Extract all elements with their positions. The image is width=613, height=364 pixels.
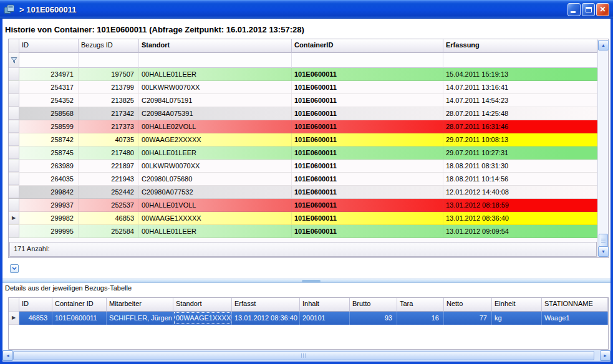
table-row[interactable]: ▶ 258742 40735 00WAAGE2XXXXX 101E0600011… bbox=[9, 133, 597, 146]
table-row[interactable]: ▶ 254317 213799 00LKWRW0070XX 101E060001… bbox=[9, 81, 597, 94]
row-selector-cell[interactable]: ▶ bbox=[9, 94, 19, 107]
column-header-inhalt[interactable]: Inhalt bbox=[300, 298, 350, 312]
filter-input-bezugs-id[interactable] bbox=[79, 53, 139, 68]
app-window: > 101E0600011 ✕ Historie von Container: … bbox=[0, 0, 613, 364]
cell-erfassung: 13.01.2012 09:09:54 bbox=[443, 225, 597, 237]
cell-bezugs-id: 221943 bbox=[79, 173, 139, 185]
cell-id: 258568 bbox=[19, 107, 79, 120]
row-selector-cell[interactable]: ▶ bbox=[9, 312, 19, 325]
table-row[interactable]: ▶ 258599 217373 00HALLE02VOLL 101E060001… bbox=[9, 120, 597, 133]
cell-bezugs-id: 213825 bbox=[79, 94, 139, 107]
history-grid-header: ID Bezugs ID Standort ContainerID Erfass… bbox=[9, 39, 597, 53]
cell-standort: 00HALLE01LEER bbox=[139, 146, 292, 159]
cell-netto: 77 bbox=[444, 312, 492, 325]
column-header-standort[interactable]: Standort bbox=[173, 298, 232, 312]
filter-input-erfassung[interactable] bbox=[443, 53, 597, 68]
scroll-left-button[interactable]: ◄ bbox=[2, 350, 13, 361]
column-header-tara[interactable]: Tara bbox=[397, 298, 444, 312]
column-header-mitarbeiter[interactable]: Mitarbeiter bbox=[107, 298, 173, 312]
row-selector-cell[interactable]: ▶ bbox=[9, 81, 19, 93]
column-header-container-id[interactable]: Container ID bbox=[52, 298, 107, 312]
cell-erfasst: 13.01.2012 08:36:40 bbox=[232, 312, 300, 325]
scroll-right-button[interactable]: ► bbox=[600, 350, 611, 361]
cell-bezugs-id: 217480 bbox=[79, 146, 139, 159]
page-title: Historie von Container: 101E0600011 (Abf… bbox=[5, 25, 304, 34]
details-grid-header: ID Container ID Mitarbeiter Standort Erf… bbox=[9, 298, 608, 312]
row-selector-cell[interactable]: ▶ bbox=[9, 173, 19, 185]
cell-id: 299982 bbox=[19, 212, 79, 224]
collapse-button[interactable] bbox=[10, 264, 19, 273]
table-row[interactable]: ▶ 234971 197507 00HALLE01LEER 101E060001… bbox=[9, 68, 597, 81]
app-icon bbox=[4, 4, 16, 15]
horizontal-scrollbar[interactable]: ◄ ► bbox=[2, 350, 611, 361]
row-selector-cell[interactable]: ▶ bbox=[9, 225, 19, 237]
table-row[interactable]: ▶ 299982 46853 00WAAGE1XXXXX 101E0600011… bbox=[9, 212, 597, 225]
table-row[interactable]: ▶ 299995 252584 00HALLE01LEER 101E060001… bbox=[9, 225, 597, 238]
cell-bezugs-id: 252537 bbox=[79, 199, 139, 211]
column-header-einheit[interactable]: Einheit bbox=[492, 298, 542, 312]
column-header-erfasst[interactable]: Erfasst bbox=[232, 298, 300, 312]
filter-input-container-id[interactable] bbox=[292, 53, 443, 68]
cell-container-id: 101E0600011 bbox=[292, 94, 443, 107]
column-header-id[interactable]: ID bbox=[19, 39, 79, 53]
row-selector-cell[interactable]: ▶ bbox=[9, 160, 19, 172]
column-header-netto[interactable]: Netto bbox=[444, 298, 492, 312]
cell-standort: 00HALLE02VOLL bbox=[139, 120, 292, 133]
row-selector-cell[interactable]: ▶ bbox=[9, 133, 19, 146]
cell-container-id: 101E0600011 bbox=[292, 160, 443, 172]
row-selector-cell[interactable]: ▶ bbox=[9, 212, 19, 224]
minimize-button[interactable] bbox=[567, 3, 581, 16]
horizontal-scrollbar-thumb[interactable] bbox=[13, 351, 594, 360]
scroll-down-button[interactable]: ▼ bbox=[598, 246, 609, 257]
splitter-handle[interactable] bbox=[2, 279, 611, 283]
cell-bezugs-id: 40735 bbox=[79, 133, 139, 146]
filter-input-standort[interactable] bbox=[139, 53, 292, 68]
table-row[interactable]: ▶ 254352 213825 C20984L075191 101E060001… bbox=[9, 94, 597, 107]
table-row[interactable]: ▶ 264035 221943 C20980L075680 101E060001… bbox=[9, 173, 597, 186]
window-controls: ✕ bbox=[567, 3, 609, 16]
cell-erfassung: 18.08.2011 08:31:30 bbox=[443, 160, 597, 172]
row-selector-cell[interactable]: ▶ bbox=[9, 199, 19, 211]
cell-erfassung: 28.07.2011 16:31:46 bbox=[443, 120, 597, 133]
row-selector-cell[interactable]: ▶ bbox=[9, 107, 19, 120]
titlebar[interactable]: > 101E0600011 ✕ bbox=[0, 0, 613, 19]
cell-standort: 00HALLE01LEER bbox=[139, 68, 292, 80]
maximize-button[interactable] bbox=[582, 3, 595, 16]
cell-erfassung: 14.07.2011 14:54:23 bbox=[443, 94, 597, 107]
cell-standort: 00WAAGE2XXXXX bbox=[139, 133, 292, 146]
row-selector-cell[interactable]: ▶ bbox=[9, 120, 19, 133]
row-selector-cell[interactable]: ▶ bbox=[9, 146, 19, 159]
window-title: > 101E0600011 bbox=[19, 5, 567, 14]
table-row[interactable]: ▶ 299842 252442 C20980A077532 101E060001… bbox=[9, 186, 597, 199]
cell-standort: C20980A077532 bbox=[139, 186, 292, 198]
row-selector-cell[interactable]: ▶ bbox=[9, 68, 19, 80]
column-header-id[interactable]: ID bbox=[19, 298, 52, 312]
cell-id: 254317 bbox=[19, 81, 79, 93]
details-section-label: Details aus der jeweiligen Bezugs-Tabell… bbox=[5, 284, 132, 292]
column-header-standort[interactable]: Standort bbox=[139, 39, 292, 53]
column-header-bezugs-id[interactable]: Bezugs ID bbox=[79, 39, 139, 53]
table-row[interactable]: ▶ 258568 217342 C20984A075391 101E060001… bbox=[9, 107, 597, 120]
table-row[interactable]: ▶ 263989 221897 00LKWRW0070XX 101E060001… bbox=[9, 160, 597, 173]
table-row[interactable]: ▶ 299937 252537 00HALLE01VOLL 101E060001… bbox=[9, 199, 597, 212]
column-header-container-id[interactable]: ContainerID bbox=[292, 39, 443, 53]
cell-erfassung: 18.08.2011 10:14:56 bbox=[443, 173, 597, 185]
cell-bezugs-id: 252584 bbox=[79, 225, 139, 237]
row-selector-cell[interactable]: ▶ bbox=[9, 186, 19, 198]
column-header-erfassung[interactable]: Erfassung bbox=[443, 39, 597, 53]
close-button[interactable]: ✕ bbox=[596, 3, 609, 16]
cell-id: 299842 bbox=[19, 186, 79, 198]
column-header-stationname[interactable]: STATIONNAME bbox=[542, 298, 608, 312]
cell-container-id: 101E0600011 bbox=[292, 199, 443, 211]
table-row[interactable]: ▶ 258745 217480 00HALLE01LEER 101E060001… bbox=[9, 146, 597, 160]
filter-input-id[interactable] bbox=[19, 53, 79, 68]
details-row[interactable]: ▶ 46853 101E0600011 SCHIFFLER, Jürgen 00… bbox=[9, 312, 608, 325]
column-header-brutto[interactable]: Brutto bbox=[350, 298, 397, 312]
scroll-up-button[interactable]: ▲ bbox=[598, 40, 609, 50]
vertical-scrollbar-thumb[interactable] bbox=[599, 234, 608, 247]
cell-bezugs-id: 46853 bbox=[79, 212, 139, 224]
cell-bezugs-id: 217342 bbox=[79, 107, 139, 120]
cell-bezugs-id: 217373 bbox=[79, 120, 139, 133]
vertical-scrollbar[interactable]: ▲ ▼ bbox=[597, 40, 608, 257]
cell-container-id: 101E0600011 bbox=[292, 133, 443, 146]
